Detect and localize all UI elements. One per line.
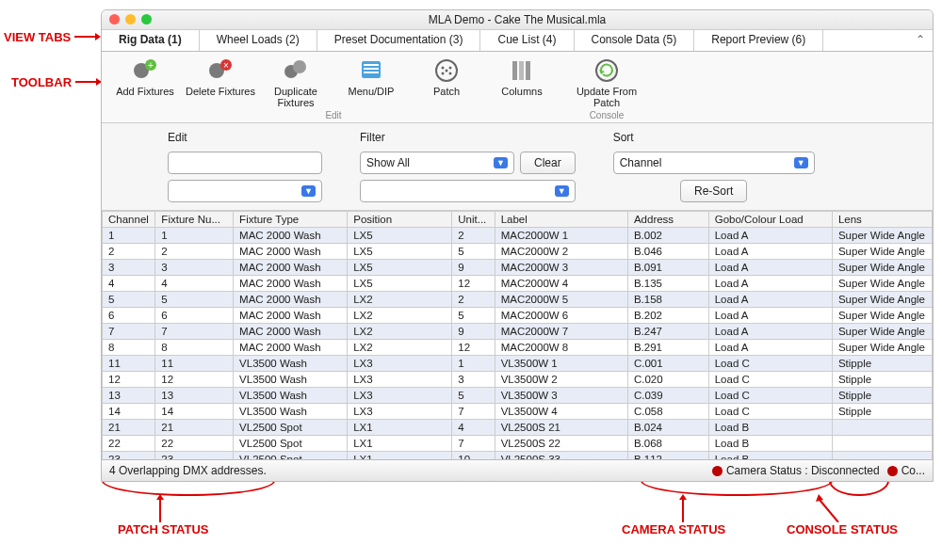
table-cell[interactable]: 1 xyxy=(103,228,155,244)
table-cell[interactable]: VL3500 Wash xyxy=(234,404,348,420)
table-cell[interactable]: VL2500 Spot xyxy=(234,420,348,436)
tab-3[interactable]: Cue List (4) xyxy=(480,30,574,51)
table-cell[interactable]: VL3500 Wash xyxy=(234,372,348,388)
table-cell[interactable]: 5 xyxy=(452,244,495,260)
table-cell[interactable]: Load B xyxy=(708,420,832,436)
table-cell[interactable]: MAC 2000 Wash xyxy=(234,228,348,244)
table-cell[interactable]: 2 xyxy=(452,292,495,308)
table-cell[interactable]: 5 xyxy=(155,292,234,308)
table-cell[interactable]: 6 xyxy=(103,308,155,324)
table-cell[interactable]: Stipple xyxy=(832,372,932,388)
table-cell[interactable]: VL3500 Wash xyxy=(234,388,348,404)
table-cell[interactable]: 7 xyxy=(452,436,495,452)
table-cell[interactable]: LX5 xyxy=(348,276,452,292)
table-cell[interactable]: Super Wide Angle xyxy=(832,228,932,244)
table-cell[interactable]: MAC2000W 7 xyxy=(495,324,627,340)
table-cell[interactable]: B.158 xyxy=(627,292,708,308)
table-cell[interactable]: LX3 xyxy=(348,372,452,388)
table-cell[interactable]: 8 xyxy=(103,340,155,356)
table-cell[interactable]: Super Wide Angle xyxy=(832,244,932,260)
table-cell[interactable]: MAC2000W 2 xyxy=(495,244,627,260)
column-header[interactable]: Lens xyxy=(832,212,932,228)
toolbar-fixture-del-button[interactable]: ×Delete Fixtures xyxy=(183,56,258,110)
table-row[interactable]: 77MAC 2000 WashLX29MAC2000W 7B.247Load A… xyxy=(103,324,933,340)
table-cell[interactable]: Super Wide Angle xyxy=(832,308,932,324)
toolbar-menu-dip-button[interactable]: Menu/DIP xyxy=(333,56,409,110)
table-row[interactable]: 44MAC 2000 WashLX512MAC2000W 4B.135Load … xyxy=(103,276,933,292)
table-cell[interactable]: LX2 xyxy=(348,340,452,356)
table-cell[interactable]: 5 xyxy=(103,292,155,308)
table-cell[interactable]: B.291 xyxy=(627,340,708,356)
table-cell[interactable]: 11 xyxy=(155,356,234,372)
table-cell[interactable]: LX5 xyxy=(348,260,452,276)
maximize-icon[interactable] xyxy=(141,14,152,24)
table-row[interactable]: 33MAC 2000 WashLX59MAC2000W 3B.091Load A… xyxy=(103,260,933,276)
tab-5[interactable]: Report Preview (6) xyxy=(694,30,823,51)
column-header[interactable]: Label xyxy=(495,212,627,228)
table-cell[interactable]: LX2 xyxy=(348,308,452,324)
table-cell[interactable]: Load A xyxy=(708,244,832,260)
table-cell[interactable]: 4 xyxy=(103,276,155,292)
tabs-overflow[interactable]: ⌃ xyxy=(823,30,933,51)
tab-1[interactable]: Wheel Loads (2) xyxy=(200,30,317,51)
table-cell[interactable]: MAC 2000 Wash xyxy=(234,324,348,340)
table-cell[interactable]: B.135 xyxy=(627,276,708,292)
table-cell[interactable]: VL2500S 22 xyxy=(495,436,627,452)
table-cell[interactable]: 12 xyxy=(155,372,234,388)
table-cell[interactable]: VL3500W 1 xyxy=(495,356,627,372)
table-row[interactable]: 1111VL3500 WashLX31VL3500W 1C.001Load CS… xyxy=(103,356,933,372)
table-cell[interactable]: 7 xyxy=(103,324,155,340)
minimize-icon[interactable] xyxy=(125,14,136,24)
table-row[interactable]: 1313VL3500 WashLX35VL3500W 3C.039Load CS… xyxy=(103,388,933,404)
table-cell[interactable]: Super Wide Angle xyxy=(832,324,932,340)
table-cell[interactable]: 7 xyxy=(155,324,234,340)
table-cell[interactable]: C.058 xyxy=(627,404,708,420)
table-cell[interactable]: 3 xyxy=(452,372,495,388)
table-cell[interactable]: LX1 xyxy=(348,420,452,436)
resort-button[interactable]: Re-Sort xyxy=(680,180,747,202)
table-cell[interactable]: Load A xyxy=(708,324,832,340)
table-cell[interactable]: Stipple xyxy=(832,404,932,420)
tab-2[interactable]: Preset Documentation (3) xyxy=(317,30,481,51)
filter-value-dropdown[interactable]: ▼ xyxy=(360,180,576,202)
table-cell[interactable]: MAC2000W 4 xyxy=(495,276,627,292)
filter-type-dropdown[interactable]: Show All▼ xyxy=(360,152,514,174)
column-header[interactable]: Fixture Nu... xyxy=(155,212,234,228)
table-cell[interactable]: 22 xyxy=(155,436,234,452)
table-cell[interactable]: Super Wide Angle xyxy=(832,340,932,356)
table-cell[interactable]: 14 xyxy=(155,404,234,420)
table-cell[interactable]: Load A xyxy=(708,308,832,324)
table-cell[interactable]: 8 xyxy=(155,340,234,356)
column-header[interactable]: Channel xyxy=(103,212,155,228)
table-row[interactable]: 1414VL3500 WashLX37VL3500W 4C.058Load CS… xyxy=(103,404,933,420)
table-cell[interactable]: 2 xyxy=(452,228,495,244)
table-cell[interactable]: LX3 xyxy=(348,388,452,404)
table-cell[interactable]: MAC 2000 Wash xyxy=(234,308,348,324)
column-header[interactable]: Address xyxy=(627,212,708,228)
edit-dropdown-1[interactable]: ▼ xyxy=(168,180,322,202)
table-row[interactable]: 11MAC 2000 WashLX52MAC2000W 1B.002Load A… xyxy=(103,228,933,244)
table-row[interactable]: 55MAC 2000 WashLX22MAC2000W 5B.158Load A… xyxy=(103,292,933,308)
toolbar-update-button[interactable]: Update From Patch xyxy=(569,56,644,110)
table-cell[interactable]: B.202 xyxy=(627,308,708,324)
table-row[interactable]: 22MAC 2000 WashLX55MAC2000W 2B.046Load A… xyxy=(103,244,933,260)
table-cell[interactable]: MAC2000W 6 xyxy=(495,308,627,324)
table-cell[interactable]: B.024 xyxy=(627,420,708,436)
table-row[interactable]: 2121VL2500 SpotLX14VL2500S 21B.024Load B xyxy=(103,420,933,436)
table-cell[interactable]: B.068 xyxy=(627,436,708,452)
table-cell[interactable]: B.247 xyxy=(627,324,708,340)
table-cell[interactable]: 7 xyxy=(452,404,495,420)
table-cell[interactable]: 9 xyxy=(452,260,495,276)
table-cell[interactable]: 21 xyxy=(155,420,234,436)
table-cell[interactable]: VL3500W 2 xyxy=(495,372,627,388)
table-cell[interactable]: Super Wide Angle xyxy=(832,276,932,292)
table-cell[interactable]: Load C xyxy=(708,372,832,388)
sort-field-dropdown[interactable]: Channel▼ xyxy=(613,152,815,174)
table-cell[interactable]: MAC 2000 Wash xyxy=(234,276,348,292)
table-row[interactable]: 88MAC 2000 WashLX212MAC2000W 8B.291Load … xyxy=(103,340,933,356)
close-icon[interactable] xyxy=(109,14,120,24)
table-cell[interactable]: C.001 xyxy=(627,356,708,372)
table-cell[interactable]: Load A xyxy=(708,228,832,244)
column-header[interactable]: Position xyxy=(348,212,452,228)
table-cell[interactable]: 5 xyxy=(452,308,495,324)
